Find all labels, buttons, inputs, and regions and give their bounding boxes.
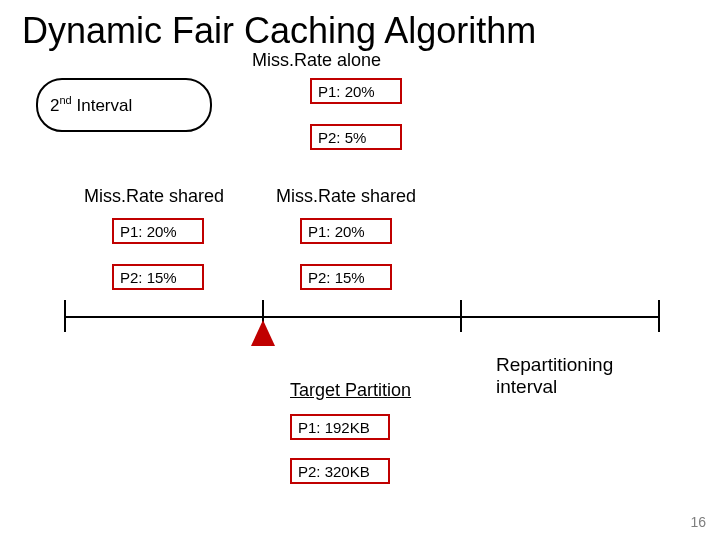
shared-left-p1-box: P1: 20% <box>112 218 204 244</box>
repartitioning-label: Repartitioning interval <box>496 354 613 398</box>
timeline-line <box>64 316 660 318</box>
shared-right-label: Miss.Rate shared <box>276 186 416 207</box>
current-pointer-icon <box>251 320 275 346</box>
shared-left-label: Miss.Rate shared <box>84 186 224 207</box>
target-p2-box: P2: 320KB <box>290 458 390 484</box>
target-partition-label: Target Partition <box>290 380 411 401</box>
interval-text: 2nd Interval <box>50 94 132 116</box>
target-p1-box: P1: 192KB <box>290 414 390 440</box>
shared-right-p1-box: P1: 20% <box>300 218 392 244</box>
alone-p1-box: P1: 20% <box>310 78 402 104</box>
shared-left-p2-box: P2: 15% <box>112 264 204 290</box>
timeline-tick-1 <box>64 300 66 332</box>
miss-rate-alone-label: Miss.Rate alone <box>252 50 381 71</box>
alone-p2-box: P2: 5% <box>310 124 402 150</box>
shared-right-p2-box: P2: 15% <box>300 264 392 290</box>
timeline-tick-3 <box>460 300 462 332</box>
interval-bubble: 2nd Interval <box>36 78 212 132</box>
page-number: 16 <box>690 514 706 530</box>
timeline-tick-4 <box>658 300 660 332</box>
slide-title: Dynamic Fair Caching Algorithm <box>22 10 536 52</box>
